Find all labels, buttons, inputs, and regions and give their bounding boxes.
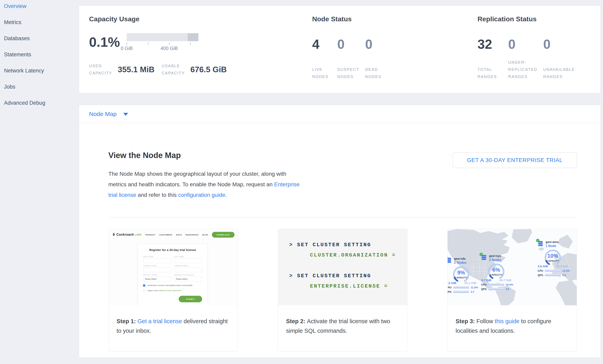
sidebar-nav: Overview Metrics Databases Statements Ne…	[0, 0, 79, 364]
this-guide-link[interactable]: this guide	[495, 318, 520, 324]
healthy-badge-icon: ✓	[536, 239, 539, 242]
sidebar-item-advanced-debug[interactable]: Advanced Debug	[4, 100, 79, 116]
used-capacity: 3.7 GiB	[481, 278, 491, 282]
replication-status-section: Replication Status 32 TOTAL RANGES 0 UND…	[477, 15, 600, 93]
get-enterprise-trial-button[interactable]: GET A 30-DAY ENTERPRISE TRIAL	[452, 153, 577, 168]
qps-value: 0.0	[562, 274, 566, 277]
cpu-value: 11.0%	[471, 286, 478, 289]
used-capacity-value: 355.1 MiB	[118, 65, 155, 74]
capacity-bar: 0 GiB 400 GiB	[127, 33, 198, 51]
dead-nodes-label: DEAD NODES	[365, 66, 382, 80]
last-name-field	[174, 258, 202, 263]
step1-label: Step 1:	[116, 318, 138, 324]
cpu-sparkline	[488, 283, 504, 286]
locality-name: geo=sfo	[454, 257, 466, 260]
thumb-nav-product: PRODUCT	[145, 234, 155, 236]
total-capacity: 35.1 GiB	[464, 281, 476, 285]
cockroach-icon	[112, 233, 115, 237]
total-capacity: 65.7 GiB	[499, 278, 511, 282]
company-email-field	[174, 267, 202, 272]
thumb-nav-resources: RESOURCES	[186, 234, 199, 236]
axis-tick-label: 400 GiB	[161, 45, 178, 51]
locality-nyc: ✓ geo=nyc 2 Nodes	[481, 254, 515, 291]
company-name-field	[143, 267, 171, 272]
live-nodes-count: 4	[312, 38, 331, 51]
view-mode-dropdown[interactable]: Node Map	[79, 105, 600, 123]
sql-command: > SET CLUSTER SETTING	[289, 242, 407, 248]
field-label: LAST NAME	[174, 256, 202, 257]
suspect-nodes-count: 0	[337, 38, 359, 51]
checkbox-checked-icon	[143, 284, 145, 287]
db-nodes-icon	[448, 257, 452, 263]
locality-name: geo=nyc	[489, 254, 501, 257]
under-replicated-label: UNDER- REPLICATED RANGES	[508, 59, 537, 80]
node-map-thumbnail: 1 geo=sfo 2 Nodes	[448, 229, 577, 305]
description-text: .	[225, 192, 227, 198]
suspect-nodes-label: SUSPECT NODES	[337, 66, 359, 80]
configuration-guide-link[interactable]: configuration guide	[178, 192, 225, 198]
cpu-label: CPU	[538, 269, 545, 272]
chevron-down-icon	[123, 113, 128, 116]
node-status-section: Node Status 4 LIVE NODES 0 SUSPECT NODES…	[312, 15, 477, 93]
description-text: The Node Map shows the geographical layo…	[108, 171, 286, 188]
qps-label: QPS	[538, 274, 545, 277]
software-license-link: Software License Agreement.	[158, 290, 182, 292]
field-label: REASON FOR INTEREST	[174, 274, 202, 276]
capacity-usage-title: Capacity Usage	[89, 15, 312, 23]
capacity-percent: 10%	[538, 253, 568, 259]
trial-register-form: Register for a 30-day trial license FIRS…	[138, 243, 208, 305]
capacity-percent: 6%	[481, 267, 511, 273]
dead-nodes-count: 0	[365, 38, 384, 51]
qps-label: QPS	[481, 287, 488, 291]
node-status-title: Node Status	[312, 15, 477, 23]
axis-tick	[190, 42, 191, 45]
first-name-field	[143, 258, 171, 263]
register-form-title: Register for a 30-day trial license	[143, 248, 202, 252]
sidebar-item-databases[interactable]: Databases	[4, 35, 79, 52]
cpu-sparkline	[453, 286, 469, 289]
unavailable-ranges-count: 0	[543, 38, 575, 51]
brand-name: Cockroach	[116, 233, 134, 237]
sql-setting: CLUSTER.ORGANIZATION =	[310, 252, 407, 258]
label-text: I agree to the	[147, 290, 158, 292]
sidebar-item-statements[interactable]: Statements	[4, 52, 79, 68]
view-mode-value[interactable]: Node Map	[89, 111, 116, 117]
sql-commands-thumbnail: > SET CLUSTER SETTING CLUSTER.ORGANIZATI…	[278, 229, 407, 305]
qps-sparkline	[545, 274, 561, 276]
live-nodes-label: LIVE NODES	[312, 66, 328, 80]
node-map-panel: Node Map View the Node Map The Node Map …	[79, 105, 601, 358]
sidebar-item-jobs[interactable]: Jobs	[4, 84, 79, 100]
locality-sfo: 1 geo=sfo 2 Nodes	[448, 257, 480, 293]
qps-sparkline	[453, 291, 469, 293]
capacity-label: CAPACITY	[448, 276, 476, 279]
unavailable-ranges-label: UNAVAILABLE RANGES	[543, 66, 575, 80]
cpu-label: CPU	[481, 283, 488, 286]
thumb-download-button: DOWNLOAD	[212, 232, 234, 238]
capacity-gauge: 10% CAPACITY 3.6 GiB 34.4 GiB	[538, 249, 568, 268]
get-trial-license-link[interactable]: Get a trial license	[138, 318, 182, 324]
sidebar-item-overview[interactable]: Overview	[4, 3, 79, 19]
cpu-sparkline	[545, 269, 561, 272]
qps-value: 0.0	[506, 287, 509, 291]
thumb-nav-docs: DOCS	[176, 234, 182, 236]
capacity-usage-section: Capacity Usage 0.1% 0 GiB 400	[89, 15, 312, 93]
section-divider	[108, 217, 577, 217]
capacity-label: CAPACITY	[481, 274, 511, 276]
overview-page: Overview Metrics Databases Statements Ne…	[0, 0, 603, 364]
axis-tick	[169, 42, 170, 45]
cpu-value: 42.5%	[506, 283, 513, 286]
thumb-nav-customers: CUSTOMERS	[159, 234, 172, 236]
total-ranges-label: TOTAL RANGES	[477, 66, 497, 80]
total-ranges-count: 32	[477, 38, 502, 51]
capacity-percent: 0.1%	[89, 35, 120, 51]
license-agreement-checkbox-label: I agree to the Software License Agreemen…	[147, 290, 182, 292]
node-map-description: The Node Map shows the geographical layo…	[108, 169, 304, 200]
axis-tick	[127, 42, 127, 45]
locality-node-count: 2 Nodes	[489, 258, 501, 262]
cluster-summary-panel: Capacity Usage 0.1% 0 GiB 400	[79, 6, 601, 93]
thumb-nav-blog: BLOG	[202, 234, 208, 236]
sidebar-item-network-latency[interactable]: Network Latency	[4, 68, 79, 84]
sidebar-item-metrics[interactable]: Metrics	[4, 19, 79, 35]
qps-value: 4.7	[471, 290, 474, 293]
cpu-value: 12.3%	[562, 269, 570, 272]
